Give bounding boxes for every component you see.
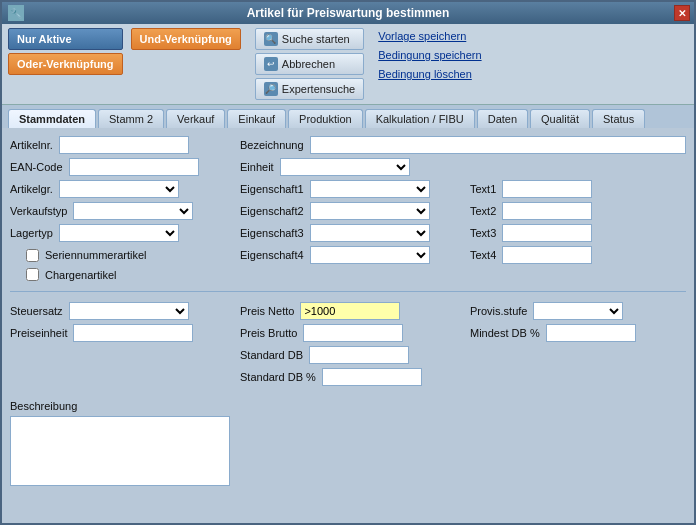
row-beschreibung-area — [10, 416, 686, 486]
window-title: Artikel für Preiswartung bestimmen — [247, 6, 450, 20]
preis-brutto-input[interactable] — [303, 324, 403, 342]
abbrechen-button[interactable]: ↩ Abbrechen — [255, 53, 364, 75]
title-bar: 🔧 Artikel für Preiswartung bestimmen ✕ — [2, 2, 694, 24]
einheit-label: Einheit — [240, 161, 274, 173]
provis-stufe-select[interactable] — [533, 302, 623, 320]
beschreibung-textarea[interactable] — [10, 416, 230, 486]
text4-label: Text4 — [470, 249, 496, 261]
tab-stammdaten[interactable]: Stammdaten — [8, 109, 96, 128]
tab-status[interactable]: Status — [592, 109, 645, 128]
standard-db-input[interactable] — [309, 346, 409, 364]
preiseinheit-label: Preiseinheit — [10, 327, 67, 339]
vorlage-speichern-button[interactable]: Vorlage speichern — [378, 28, 481, 44]
artikelgr-select[interactable] — [59, 180, 179, 198]
row-lagertyp: Lagertyp Eigenschaft3 Text3 — [10, 224, 686, 242]
tab-produktion[interactable]: Produktion — [288, 109, 363, 128]
tab-verkauf[interactable]: Verkauf — [166, 109, 225, 128]
eigenschaft3-label: Eigenschaft3 — [240, 227, 304, 239]
tab-qualitaet[interactable]: Qualität — [530, 109, 590, 128]
bezeichnung-input[interactable] — [310, 136, 686, 154]
eigenschaft3-select[interactable] — [310, 224, 430, 242]
mindest-db-input[interactable] — [546, 324, 636, 342]
preis-netto-label: Preis Netto — [240, 305, 294, 317]
cancel-icon: ↩ — [264, 57, 278, 71]
eigenschaft1-select[interactable] — [310, 180, 430, 198]
text2-input[interactable] — [502, 202, 592, 220]
text4-input[interactable] — [502, 246, 592, 264]
row-chargenartikel: Chargenartikel — [10, 268, 686, 281]
toolbar-right: Vorlage speichern Bedingung speichern Be… — [378, 28, 481, 100]
window-icon: 🔧 — [8, 5, 24, 21]
suche-starten-button[interactable]: 🔍 Suche starten — [255, 28, 364, 50]
ean-label: EAN-Code — [10, 161, 63, 173]
steuersatz-select[interactable] — [69, 302, 189, 320]
chargenartikel-checkbox[interactable] — [26, 268, 39, 281]
toolbar-center: 🔍 Suche starten ↩ Abbrechen 🔎 Expertensu… — [255, 28, 364, 100]
einheit-select[interactable] — [280, 158, 410, 176]
toolbar-left: Nur Aktive Oder-Verknüpfung — [8, 28, 123, 100]
nur-aktive-button[interactable]: Nur Aktive — [8, 28, 123, 50]
bedingung-speichern-button[interactable]: Bedingung speichern — [378, 47, 481, 63]
preis-brutto-label: Preis Brutto — [240, 327, 297, 339]
eigenschaft2-label: Eigenschaft2 — [240, 205, 304, 217]
ean-input[interactable] — [69, 158, 199, 176]
row-preiseinheit: Preiseinheit Preis Brutto Mindest DB % — [10, 324, 686, 342]
seriennummer-label: Seriennummerartikel — [45, 249, 146, 261]
oder-verknuepfung-button[interactable]: Oder-Verknüpfung — [8, 53, 123, 75]
row-standard-db: Standard DB — [10, 346, 686, 364]
tab-stamm2[interactable]: Stamm 2 — [98, 109, 164, 128]
main-window: 🔧 Artikel für Preiswartung bestimmen ✕ N… — [0, 0, 696, 525]
row-standard-db-pct: Standard DB % — [10, 368, 686, 386]
artikelnr-label: Artikelnr. — [10, 139, 53, 151]
tab-einkauf[interactable]: Einkauf — [227, 109, 286, 128]
tab-kalkulation[interactable]: Kalkulation / FIBU — [365, 109, 475, 128]
artikelgr-label: Artikelgr. — [10, 183, 53, 195]
expert-icon: 🔎 — [264, 82, 278, 96]
artikelnr-input[interactable] — [59, 136, 189, 154]
verkaufstyp-label: Verkaufstyp — [10, 205, 67, 217]
section-divider — [10, 390, 686, 396]
standard-db-label: Standard DB — [240, 349, 303, 361]
row-beschreibung: Beschreibung — [10, 400, 686, 412]
preis-netto-input[interactable] — [300, 302, 400, 320]
tab-bar: Stammdaten Stamm 2 Verkauf Einkauf Produ… — [2, 105, 694, 128]
form: Artikelnr. Bezeichnung EAN-Code Einheit — [10, 136, 686, 486]
main-content: Artikelnr. Bezeichnung EAN-Code Einheit — [2, 128, 694, 523]
bezeichnung-label: Bezeichnung — [240, 139, 304, 151]
close-button[interactable]: ✕ — [674, 5, 690, 21]
row-artikelnr: Artikelnr. Bezeichnung — [10, 136, 686, 154]
tab-daten[interactable]: Daten — [477, 109, 528, 128]
standard-db-pct-label: Standard DB % — [240, 371, 316, 383]
standard-db-pct-input[interactable] — [322, 368, 422, 386]
lagertyp-select[interactable] — [59, 224, 179, 242]
steuersatz-label: Steuersatz — [10, 305, 63, 317]
text3-input[interactable] — [502, 224, 592, 242]
row-ean: EAN-Code Einheit — [10, 158, 686, 176]
und-verknuepfung-button[interactable]: Und-Verknüpfung — [131, 28, 241, 50]
expertensuche-button[interactable]: 🔎 Expertensuche — [255, 78, 364, 100]
chargenartikel-label: Chargenartikel — [45, 269, 117, 281]
text2-label: Text2 — [470, 205, 496, 217]
text3-label: Text3 — [470, 227, 496, 239]
provis-stufe-label: Provis.stufe — [470, 305, 527, 317]
eigenschaft1-label: Eigenschaft1 — [240, 183, 304, 195]
seriennummer-checkbox[interactable] — [26, 249, 39, 262]
beschreibung-label: Beschreibung — [10, 400, 77, 412]
row-artikelgr: Artikelgr. Eigenschaft1 Text1 — [10, 180, 686, 198]
separator — [10, 291, 686, 292]
row-steuersatz: Steuersatz Preis Netto Provis.stufe — [10, 302, 686, 320]
row-verkaufstyp: Verkaufstyp Eigenschaft2 Text2 — [10, 202, 686, 220]
search-icon: 🔍 — [264, 32, 278, 46]
lagertyp-label: Lagertyp — [10, 227, 53, 239]
text1-input[interactable] — [502, 180, 592, 198]
eigenschaft2-select[interactable] — [310, 202, 430, 220]
row-seriennummer: Seriennummerartikel Eigenschaft4 Text4 — [10, 246, 686, 264]
bedingung-loeschen-button[interactable]: Bedingung löschen — [378, 66, 481, 82]
verkaufstyp-select[interactable] — [73, 202, 193, 220]
preiseinheit-input[interactable] — [73, 324, 193, 342]
eigenschaft4-select[interactable] — [310, 246, 430, 264]
eigenschaft4-label: Eigenschaft4 — [240, 249, 304, 261]
mindest-db-label: Mindest DB % — [470, 327, 540, 339]
toolbar: Nur Aktive Oder-Verknüpfung Und-Verknüpf… — [2, 24, 694, 105]
text1-label: Text1 — [470, 183, 496, 195]
